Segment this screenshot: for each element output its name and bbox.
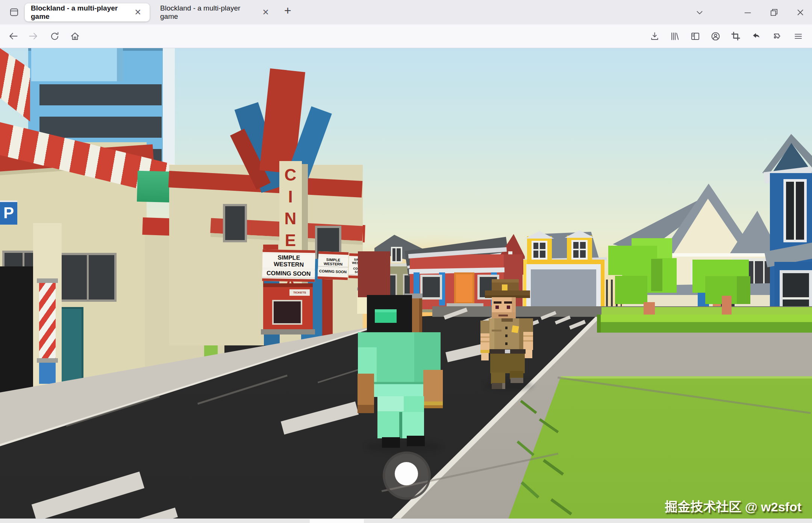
minimize-icon bbox=[743, 8, 753, 17]
firefox-view-icon bbox=[9, 7, 19, 17]
library-button[interactable] bbox=[666, 27, 683, 45]
ticket-booth: TICKETS bbox=[263, 283, 313, 331]
reload-icon bbox=[50, 31, 60, 41]
horizontal-scrollbar[interactable] bbox=[0, 518, 812, 523]
sheriff-belt bbox=[489, 349, 526, 354]
tree bbox=[692, 260, 751, 321]
forward-button[interactable] bbox=[25, 27, 42, 45]
account-button[interactable] bbox=[707, 27, 724, 45]
player-left-shoe bbox=[382, 437, 400, 448]
grass-tufts bbox=[504, 398, 601, 522]
watermark: 掘金技术社区 @ w2sfot bbox=[665, 497, 801, 515]
player-right-shoe bbox=[407, 436, 425, 446]
tab-blockland-2[interactable]: Blockland - a multi-player game ✕ bbox=[154, 3, 277, 21]
tab-close-icon[interactable]: ✕ bbox=[260, 8, 271, 17]
orange-door bbox=[454, 272, 474, 304]
parking-sign-letter: P bbox=[3, 204, 14, 222]
sheriff-hat-brim bbox=[485, 290, 530, 298]
player-character bbox=[356, 293, 446, 450]
shop-window bbox=[59, 253, 117, 302]
forward-icon bbox=[28, 31, 39, 41]
home-button[interactable] bbox=[66, 27, 83, 45]
tab-title: Blockland - a multi-player game bbox=[160, 4, 260, 21]
marquee-panel-1: SIMPLE WESTERN COMING SOON bbox=[262, 249, 315, 282]
download-icon bbox=[650, 31, 660, 41]
hat-badge bbox=[502, 284, 508, 291]
sheriff-right-shoe bbox=[511, 378, 523, 383]
library-icon bbox=[670, 31, 680, 41]
scrollbar-thumb[interactable] bbox=[310, 519, 364, 523]
sheriff-character bbox=[480, 278, 534, 389]
sheriff-pants bbox=[490, 354, 525, 373]
sheriff-star-badge bbox=[512, 325, 519, 333]
tab-bar: Blockland - a multi-player game ✕ Blockl… bbox=[0, 0, 812, 24]
joystick[interactable] bbox=[383, 452, 431, 500]
player-right-arm bbox=[423, 370, 443, 408]
game-canvas[interactable]: P CINEMA SIMPLE WEST bbox=[0, 48, 812, 523]
marquee-line: SIMPLE WESTERN bbox=[318, 257, 348, 267]
sidebar-button[interactable] bbox=[686, 27, 704, 45]
player-left-arm bbox=[358, 374, 374, 413]
dormer bbox=[527, 236, 552, 261]
undo-icon bbox=[751, 31, 761, 41]
parking-sign: P bbox=[0, 201, 17, 225]
tab-blockland-1[interactable]: Blockland - a multi-player game ✕ bbox=[25, 3, 150, 21]
account-icon bbox=[710, 31, 721, 41]
sheriff-torso bbox=[489, 318, 526, 350]
office-balcony bbox=[31, 48, 117, 81]
close-window-button[interactable] bbox=[792, 4, 809, 21]
sheriff-left-leg bbox=[491, 372, 505, 384]
downloads-button[interactable] bbox=[646, 27, 663, 45]
marquee-line: COMING SOON bbox=[318, 269, 348, 274]
sheriff-face bbox=[492, 297, 516, 319]
olive-attic-window bbox=[391, 247, 402, 263]
screenshot-button[interactable] bbox=[727, 27, 744, 45]
player-pants bbox=[377, 396, 424, 438]
marquee-line: SIMPLE WESTERN bbox=[262, 254, 315, 268]
hamburger-menu-icon bbox=[793, 31, 803, 41]
reload-button[interactable] bbox=[46, 27, 63, 45]
extensions-button[interactable] bbox=[768, 27, 785, 45]
menu-button[interactable] bbox=[789, 27, 807, 45]
player-head-side bbox=[411, 296, 422, 338]
sheriff-left-arm bbox=[480, 321, 489, 361]
puzzle-icon bbox=[771, 31, 781, 41]
belt-buckle bbox=[505, 350, 510, 353]
restore-button[interactable] bbox=[765, 4, 783, 21]
close-icon bbox=[795, 8, 805, 17]
dormer bbox=[567, 236, 592, 261]
chevron-down-icon bbox=[695, 8, 704, 17]
home-icon bbox=[70, 31, 80, 41]
barber-pole bbox=[39, 283, 56, 358]
tab-close-icon[interactable]: ✕ bbox=[132, 8, 144, 17]
garage-door bbox=[531, 269, 596, 309]
sidebar-icon bbox=[690, 31, 700, 41]
cinema-window bbox=[223, 204, 247, 242]
marquee-line: COMING SOON bbox=[262, 269, 315, 277]
blue-house-tall-window bbox=[783, 179, 807, 242]
restore-icon bbox=[769, 8, 779, 17]
marquee-panel-2: SIMPLE WESTERN COMING SOON bbox=[318, 251, 349, 280]
sheriff-left-shoe bbox=[492, 383, 505, 389]
back-button[interactable] bbox=[5, 27, 22, 45]
list-all-tabs-button[interactable] bbox=[691, 4, 708, 21]
new-tab-button[interactable]: + bbox=[284, 4, 291, 18]
navigation-toolbar: 127.0.0.1:2002 bbox=[0, 24, 812, 48]
tickets-sign: TICKETS bbox=[289, 289, 310, 296]
crop-icon bbox=[731, 31, 741, 41]
tab-title: Blockland - a multi-player game bbox=[31, 4, 132, 21]
player-hair-clip bbox=[375, 309, 397, 323]
minimize-button[interactable] bbox=[739, 4, 756, 21]
dark-red-accent-building bbox=[358, 251, 390, 297]
firefox-view-button[interactable] bbox=[5, 4, 23, 21]
undo-button[interactable] bbox=[747, 27, 765, 45]
hedge bbox=[597, 315, 812, 333]
booth-window bbox=[272, 300, 302, 325]
joystick-knob[interactable] bbox=[395, 462, 418, 485]
back-icon bbox=[8, 31, 18, 41]
